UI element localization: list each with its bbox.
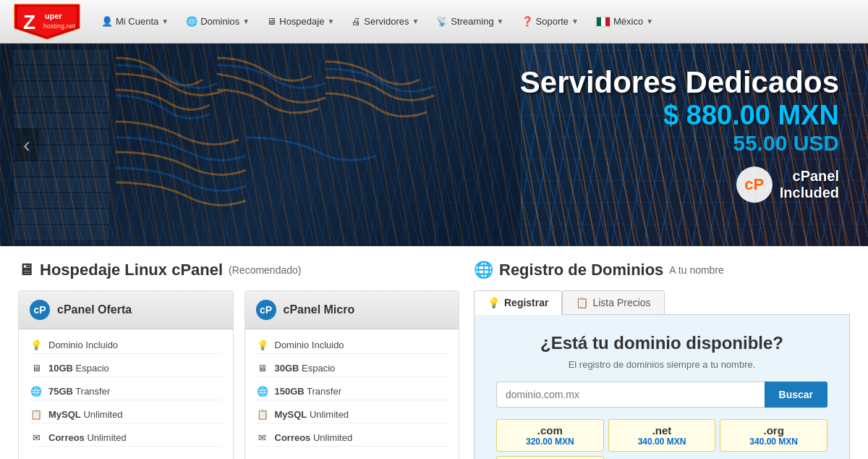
mexico-flag-icon — [596, 17, 610, 27]
nav-mexico[interactable]: México ▼ — [589, 12, 660, 31]
nav-mi-cuenta[interactable]: 👤 Mi Cuenta ▼ — [94, 12, 176, 31]
plan-micro-name: cPanel Micro — [284, 303, 355, 316]
tab-lista-precios[interactable]: 📋 Lista Precios — [562, 290, 664, 314]
plan-feature: 🖥 30GB Espacio — [256, 360, 448, 377]
svg-rect-13 — [14, 162, 109, 175]
nav-mi-cuenta-arrow: ▼ — [161, 17, 169, 25]
plan-micro-header: cP cPanel Micro — [245, 291, 459, 329]
nav-hospedaje-arrow: ▼ — [327, 17, 334, 25]
plan-feature: 🌐 150GB Transfer — [256, 383, 448, 400]
logo[interactable]: Z uper hosting.net — [7, 3, 87, 41]
domain-input-row: Buscar — [496, 382, 827, 408]
nav-streaming-arrow: ▼ — [497, 17, 504, 25]
hero-cpanel-block: cP cPanel Included — [520, 167, 839, 203]
hero-prev-button[interactable]: ‹ — [14, 129, 39, 161]
domain-title: 🌐 Registro de Dominios A tu nombre — [474, 261, 850, 279]
nav-streaming[interactable]: 📡 Streaming ▼ — [429, 12, 511, 31]
tld-com: .com 320.00 MXN — [496, 419, 604, 452]
tld-us: .us 320.00 MXN — [496, 456, 604, 459]
nav-dominios-arrow: ▼ — [242, 17, 250, 25]
nav-mi-cuenta-label: Mi Cuenta — [116, 16, 158, 27]
svg-rect-17 — [14, 226, 109, 239]
cpanel-logo-icon: cP — [736, 167, 773, 203]
tld-net: .net 340.00 MXN — [608, 419, 716, 452]
svg-rect-10 — [14, 114, 109, 127]
svg-rect-9 — [14, 98, 109, 111]
plan-feature: 📋 MySQL Unlimited — [30, 406, 222, 424]
domain-search-box: ¿Está tu dominio disponible? El registro… — [474, 315, 850, 459]
nav-mexico-arrow: ▼ — [646, 17, 653, 25]
nav-servidores-label: Servidores — [364, 16, 409, 27]
cpanel-icon-oferta: cP — [30, 300, 50, 320]
plan-oferta-name: cPanel Oferta — [57, 303, 132, 316]
domain-section: 🌐 Registro de Dominios A tu nombre 💡 Reg… — [474, 261, 850, 459]
plan-feature: ✉ Correos Unlimited — [30, 429, 222, 447]
domain-title-icon: 🌐 — [474, 261, 493, 279]
svg-rect-8 — [14, 83, 109, 96]
tld-grid: .com 320.00 MXN .net 340.00 MXN .org 340… — [496, 419, 827, 459]
globe-icon: 🌐 — [256, 387, 269, 397]
svg-text:hosting.net: hosting.net — [43, 22, 76, 30]
hosting-title-icon: 🖥 — [18, 261, 34, 279]
db-icon: 📋 — [30, 410, 43, 420]
domain-tabs: 💡 Registrar 📋 Lista Precios — [474, 290, 850, 315]
domain-subtitle: El registro de dominios siempre a tu nom… — [496, 359, 827, 370]
nav-dominios[interactable]: 🌐 Dominios ▼ — [179, 12, 257, 31]
svg-rect-16 — [14, 210, 109, 223]
db-icon: 📋 — [256, 410, 269, 420]
bulb-icon: 💡 — [256, 340, 269, 350]
server-rack-image — [0, 43, 521, 246]
streaming-icon: 📡 — [436, 16, 448, 27]
tab-registrar[interactable]: 💡 Registrar — [474, 290, 562, 315]
plan-oferta-header: cP cPanel Oferta — [19, 291, 233, 329]
mail-icon: ✉ — [256, 433, 269, 443]
svg-rect-14 — [14, 178, 109, 191]
domain-question: ¿Está tu dominio disponible? — [496, 333, 827, 353]
plan-oferta-price: 740.00 MXN — [19, 454, 233, 459]
plans-row: cP cPanel Oferta 💡 Dominio Incluido 🖥 10… — [18, 290, 459, 459]
nav-soporte-label: Soporte — [536, 16, 569, 27]
hero-cpanel-text: cPanel Included — [780, 168, 839, 201]
nav-hospedaje-label: Hospedaje — [279, 16, 324, 27]
monitor-icon: 🖥 — [267, 16, 276, 27]
bulb-icon: 💡 — [30, 340, 43, 350]
nav-streaming-label: Streaming — [451, 16, 493, 27]
main-content: 🖥 Hospedaje Linux cPanel (Recomendado) c… — [0, 246, 868, 459]
hero-text-block: Servidores Dedicados $ 880.00 MXN 55.00 … — [520, 65, 839, 203]
plan-feature: 💡 Dominio Incluido — [30, 337, 222, 354]
cpanel-icon-micro: cP — [256, 300, 276, 320]
nav-servidores[interactable]: 🖨 Servidores ▼ — [344, 12, 426, 31]
hosting-section: 🖥 Hospedaje Linux cPanel (Recomendado) c… — [18, 261, 459, 459]
plan-feature: ✉ Correos Unlimited — [256, 429, 448, 447]
server-icon: 🖥 — [256, 363, 269, 374]
plan-oferta-features: 💡 Dominio Incluido 🖥 10GB Espacio 🌐 75GB… — [19, 329, 233, 454]
plan-micro-price: 1,060.00 MXN — [245, 454, 459, 459]
domain-search-input[interactable] — [496, 382, 765, 408]
globe-icon: 🌐 — [186, 16, 197, 27]
server-icon: 🖨 — [352, 16, 361, 27]
svg-rect-15 — [14, 194, 109, 207]
nav-soporte[interactable]: ❓ Soporte ▼ — [514, 12, 586, 31]
nav-dominios-label: Dominios — [200, 16, 239, 27]
plan-cpanel-micro: cP cPanel Micro 💡 Dominio Incluido 🖥 30G… — [244, 290, 460, 459]
hero-price-mxn: $ 880.00 MXN — [520, 100, 839, 131]
nav-items: 👤 Mi Cuenta ▼ 🌐 Dominios ▼ 🖥 Hospedaje ▼… — [94, 12, 861, 31]
svg-text:Z: Z — [23, 11, 35, 33]
user-icon: 👤 — [101, 16, 113, 27]
domain-search-button[interactable]: Buscar — [765, 382, 827, 408]
tab-lista-icon: 📋 — [576, 297, 588, 308]
svg-rect-6 — [14, 51, 109, 64]
svg-text:uper: uper — [45, 12, 63, 20]
mail-icon: ✉ — [30, 433, 43, 443]
plan-feature: 💡 Dominio Incluido — [256, 337, 448, 354]
hosting-title: 🖥 Hospedaje Linux cPanel (Recomendado) — [18, 261, 459, 279]
nav-mexico-label: México — [613, 16, 643, 27]
nav-servidores-arrow: ▼ — [412, 17, 419, 25]
navbar: Z uper hosting.net 👤 Mi Cuenta ▼ 🌐 Domin… — [0, 0, 868, 43]
tld-org: .org 340.00 MXN — [720, 419, 827, 452]
server-icon: 🖥 — [30, 363, 43, 374]
nav-soporte-arrow: ▼ — [571, 17, 579, 25]
plan-micro-features: 💡 Dominio Incluido 🖥 30GB Espacio 🌐 150G… — [245, 329, 459, 454]
plan-cpanel-oferta: cP cPanel Oferta 💡 Dominio Incluido 🖥 10… — [18, 290, 234, 459]
nav-hospedaje[interactable]: 🖥 Hospedaje ▼ — [260, 12, 341, 31]
